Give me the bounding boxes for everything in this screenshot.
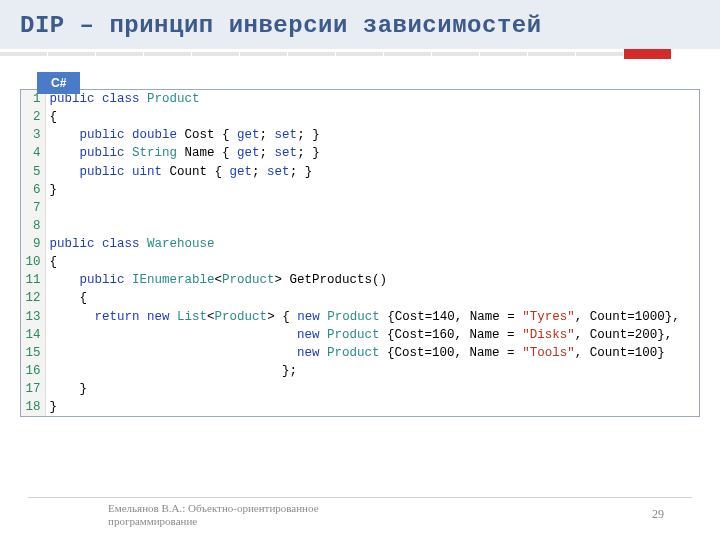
code-content: new Product {Cost=100, Name = "Tools", C… <box>45 344 699 362</box>
line-number: 8 <box>21 217 45 235</box>
line-number: 15 <box>21 344 45 362</box>
line-number: 6 <box>21 181 45 199</box>
code-line: 4 public String Name { get; set; } <box>21 144 699 162</box>
line-number: 17 <box>21 380 45 398</box>
code-content: { <box>45 289 699 307</box>
footer: Емельянов В.А.: Объектно-ориентированное… <box>28 497 692 528</box>
line-number: 2 <box>21 108 45 126</box>
code-line: 10{ <box>21 253 699 271</box>
footer-text: Емельянов В.А.: Объектно-ориентированное… <box>108 502 319 528</box>
code-content: } <box>45 380 699 398</box>
code-content <box>45 217 699 235</box>
code-line: 11 public IEnumerable<Product> GetProduc… <box>21 271 699 289</box>
code-content <box>45 199 699 217</box>
footer-line2: программирование <box>108 515 197 527</box>
code-line: 6} <box>21 181 699 199</box>
code-line: 7 <box>21 199 699 217</box>
code-line: 1public class Product <box>21 90 699 108</box>
code-line: 14 new Product {Cost=160, Name = "Disks"… <box>21 326 699 344</box>
line-number: 18 <box>21 398 45 416</box>
code-line: 2{ <box>21 108 699 126</box>
code-line: 12 { <box>21 289 699 307</box>
code-content: new Product {Cost=160, Name = "Disks", C… <box>45 326 699 344</box>
slide-body: C# 1public class Product2{3 public doubl… <box>0 59 720 417</box>
line-number: 11 <box>21 271 45 289</box>
code-line: 18} <box>21 398 699 416</box>
code-content: { <box>45 253 699 271</box>
line-number: 3 <box>21 126 45 144</box>
language-tab: C# <box>37 72 80 94</box>
footer-line1: Емельянов В.А.: Объектно-ориентированное <box>108 502 319 514</box>
code-line: 3 public double Cost { get; set; } <box>21 126 699 144</box>
code-line: 8 <box>21 217 699 235</box>
code-content: public class Product <box>45 90 699 108</box>
line-number: 4 <box>21 144 45 162</box>
code-content: { <box>45 108 699 126</box>
code-content: public uint Count { get; set; } <box>45 163 699 181</box>
code-line: 13 return new List<Product> { new Produc… <box>21 308 699 326</box>
line-number: 16 <box>21 362 45 380</box>
code-line: 16 }; <box>21 362 699 380</box>
page-number: 29 <box>652 507 664 522</box>
line-number: 14 <box>21 326 45 344</box>
line-number: 10 <box>21 253 45 271</box>
code-content: public double Cost { get; set; } <box>45 126 699 144</box>
line-number: 9 <box>21 235 45 253</box>
code-content: } <box>45 181 699 199</box>
code-table: 1public class Product2{3 public double C… <box>21 90 699 416</box>
code-line: 15 new Product {Cost=100, Name = "Tools"… <box>21 344 699 362</box>
code-content: public String Name { get; set; } <box>45 144 699 162</box>
code-line: 5 public uint Count { get; set; } <box>21 163 699 181</box>
line-number: 5 <box>21 163 45 181</box>
code-line: 17 } <box>21 380 699 398</box>
code-content: }; <box>45 362 699 380</box>
code-content: public IEnumerable<Product> GetProducts(… <box>45 271 699 289</box>
code-block: C# 1public class Product2{3 public doubl… <box>20 89 700 417</box>
line-number: 13 <box>21 308 45 326</box>
line-number: 7 <box>21 199 45 217</box>
code-content: } <box>45 398 699 416</box>
divider <box>0 49 720 59</box>
code-content: return new List<Product> { new Product {… <box>45 308 699 326</box>
line-number: 12 <box>21 289 45 307</box>
code-content: public class Warehouse <box>45 235 699 253</box>
code-line: 9public class Warehouse <box>21 235 699 253</box>
slide-title: DIP – принцип инверсии зависимостей <box>20 12 700 39</box>
title-bar: DIP – принцип инверсии зависимостей <box>0 0 720 49</box>
